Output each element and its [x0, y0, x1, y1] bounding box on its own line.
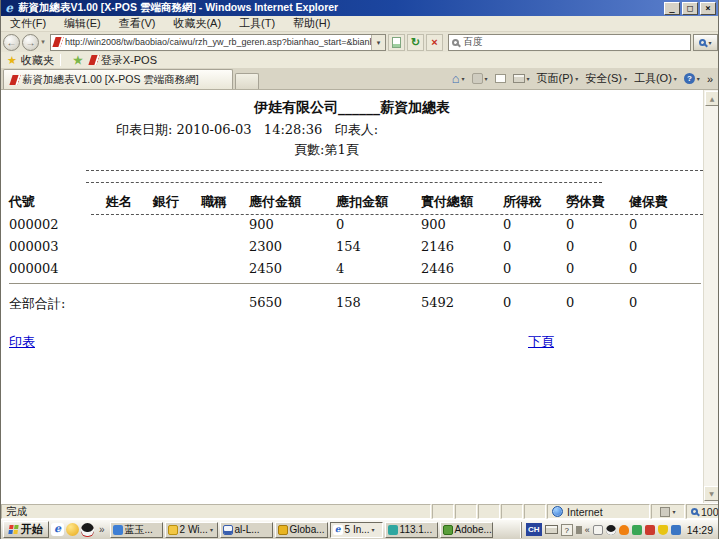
- menu-help[interactable]: 帮助(H): [284, 15, 339, 32]
- address-url[interactable]: http://win2008/tw/baobiao/caiwu/rzh_yw_r…: [65, 37, 371, 47]
- total-health-fee: 0: [629, 295, 703, 313]
- restore-button[interactable]: □: [682, 2, 698, 15]
- page-content: 伊娃有限公司______薪資加總表 印表日期: 2010-06-03 14:28…: [1, 90, 719, 503]
- task-button[interactable]: Globa...: [275, 522, 328, 538]
- quick-launch-ie-icon[interactable]: e: [51, 523, 64, 536]
- task-button[interactable]: 蓝玉...: [110, 522, 163, 538]
- tray-shield-icon[interactable]: [658, 525, 668, 535]
- search-options-dropdown-icon[interactable]: ▾: [708, 39, 711, 46]
- tray-messenger-icon[interactable]: [671, 525, 681, 535]
- group-dropdown-icon[interactable]: ▾: [372, 526, 375, 533]
- zoom-icon: [691, 508, 698, 515]
- menu-favorites[interactable]: 收藏夹(A): [164, 15, 230, 32]
- task-label: 113.1...: [400, 524, 433, 535]
- menu-edit[interactable]: 编辑(E): [55, 15, 110, 32]
- stop-button[interactable]: ×: [426, 34, 443, 51]
- start-label: 开始: [21, 522, 43, 537]
- zoom-pane[interactable]: 100% ▾: [686, 504, 719, 519]
- address-dropdown-button[interactable]: ▾: [371, 35, 385, 50]
- document-icon: [223, 525, 233, 535]
- status-pane: [478, 504, 500, 519]
- favorites-login-link[interactable]: 登录X-POS: [101, 53, 157, 68]
- quick-launch-qq-icon[interactable]: [81, 523, 94, 536]
- tray-printer-icon[interactable]: [545, 525, 558, 534]
- feeds-button[interactable]: ▾: [470, 72, 490, 85]
- help-button[interactable]: ?▾: [682, 72, 702, 85]
- col-header: 職稱: [201, 193, 249, 211]
- tray-document-icon[interactable]: [593, 525, 603, 535]
- back-button[interactable]: ←: [3, 34, 20, 51]
- safety-menu-button[interactable]: 安全(S)▾: [583, 70, 629, 87]
- minimize-button[interactable]: _: [664, 2, 680, 15]
- cell-labor-fee: 0: [566, 261, 629, 276]
- zoom-level[interactable]: 100%: [701, 506, 719, 518]
- totals-label: 全部合計:: [9, 295, 249, 313]
- cell-deduct: 154: [336, 239, 421, 254]
- col-header: 應付金額: [249, 193, 336, 211]
- new-tab-button[interactable]: [235, 73, 259, 89]
- home-button[interactable]: ⌂▾: [450, 70, 467, 87]
- browser-window: e 薪資加總表V1.00 [X-POS 雲端商務網] - Windows Int…: [0, 0, 719, 539]
- protected-mode-dropdown-icon[interactable]: ▾: [672, 508, 675, 515]
- close-button[interactable]: ×: [700, 2, 716, 15]
- tray-media-player-icon[interactable]: [632, 525, 642, 535]
- tools-menu-button[interactable]: 工具(O)▾: [632, 70, 679, 87]
- cell-name: [106, 261, 153, 276]
- tray-security-icon[interactable]: [645, 525, 655, 535]
- task-button-ie-group[interactable]: e5 In...▾: [330, 522, 383, 538]
- tray-download-icon[interactable]: [619, 525, 629, 535]
- forward-button[interactable]: →: [22, 34, 39, 51]
- language-indicator[interactable]: CH: [526, 523, 542, 536]
- task-button[interactable]: Adobe...: [440, 522, 493, 538]
- total-payable: 5650: [249, 295, 336, 313]
- tray-help-icon[interactable]: ?: [561, 524, 573, 536]
- quick-launch-overflow-icon[interactable]: »: [96, 524, 108, 535]
- read-mail-button[interactable]: [493, 73, 508, 84]
- group-dropdown-icon[interactable]: ▾: [210, 526, 213, 533]
- protected-mode-pane[interactable]: ▾: [651, 504, 685, 519]
- menu-tools[interactable]: 工具(T): [230, 15, 284, 32]
- table-row: 000002 900 0 900 0 0 0: [1, 217, 703, 232]
- task-label: 5 In...: [345, 524, 370, 535]
- taskbar-clock[interactable]: 14:29: [684, 524, 716, 536]
- zone-label: Internet: [567, 506, 603, 518]
- address-bar[interactable]: http://win2008/tw/baobiao/caiwu/rzh_yw_r…: [50, 34, 386, 51]
- menu-file[interactable]: 文件(F): [1, 15, 55, 32]
- next-page-link[interactable]: 下頁: [528, 333, 554, 351]
- home-dropdown-icon[interactable]: ▾: [462, 75, 465, 82]
- system-tray: CH ? « 14:29: [521, 522, 716, 538]
- favorites-button[interactable]: 收藏夹: [21, 53, 54, 68]
- task-button[interactable]: 113.1...: [385, 522, 438, 538]
- command-overflow-button[interactable]: »: [705, 72, 715, 86]
- menu-view[interactable]: 查看(V): [110, 15, 165, 32]
- active-tab[interactable]: 薪資加總表V1.00 [X-POS 雲端商務網]: [3, 69, 233, 89]
- col-header: 實付總額: [421, 193, 503, 211]
- vertical-scrollbar[interactable]: ▲ ▼: [703, 90, 719, 503]
- search-provider-text[interactable]: 百度: [463, 35, 483, 49]
- tools-dropdown-icon: ▾: [674, 75, 677, 82]
- page-menu-button[interactable]: 页面(P)▾: [535, 70, 581, 87]
- status-bar: 完成 Internet ▾ 100% ▾: [1, 503, 718, 519]
- tray-volume-icon[interactable]: [576, 526, 582, 534]
- quick-launch-messenger-icon[interactable]: [66, 523, 79, 536]
- search-box[interactable]: 百度: [448, 34, 691, 51]
- task-button[interactable]: 2 Wi...▾: [165, 522, 218, 538]
- task-button[interactable]: al-L...: [220, 522, 273, 538]
- tray-qq-icon[interactable]: [606, 525, 616, 535]
- history-dropdown-icon[interactable]: ▾: [39, 38, 47, 46]
- print-button[interactable]: ▾: [511, 73, 532, 84]
- total-labor-fee: 0: [566, 295, 629, 313]
- feeds-dropdown-icon[interactable]: ▾: [485, 75, 488, 82]
- tray-expand-icon[interactable]: «: [585, 525, 590, 535]
- print-dropdown-icon[interactable]: ▾: [527, 75, 530, 82]
- search-go-button[interactable]: ▾: [693, 34, 718, 51]
- add-favorite-icon[interactable]: ★: [73, 54, 83, 67]
- print-report-link[interactable]: 印表: [9, 333, 35, 351]
- task-label: 蓝玉...: [125, 523, 153, 537]
- refresh-button[interactable]: ↻: [407, 34, 424, 51]
- start-button[interactable]: 开始: [3, 521, 49, 538]
- dashed-separator: [91, 214, 713, 215]
- scroll-down-button[interactable]: ▼: [704, 486, 719, 501]
- scroll-up-button[interactable]: ▲: [705, 91, 719, 106]
- compatibility-view-button[interactable]: [388, 34, 405, 51]
